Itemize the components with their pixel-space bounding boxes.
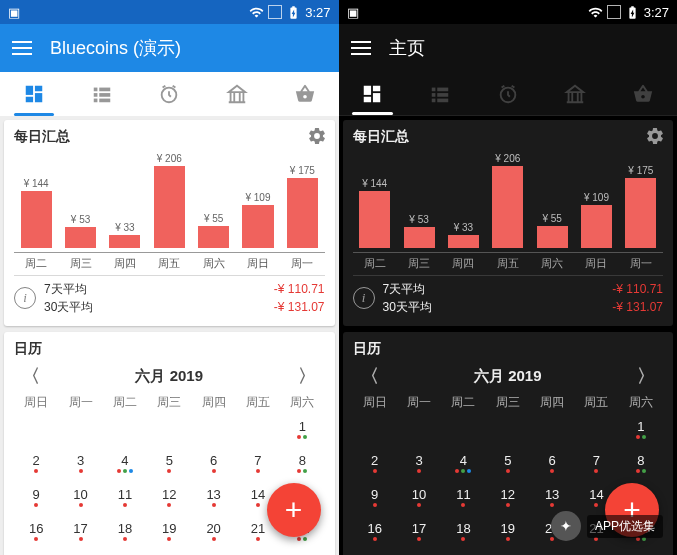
tab-accounts[interactable] [203,72,271,116]
calendar-day-number: 7 [593,453,600,468]
calendar-day[interactable]: 7 [574,449,618,483]
calendar-day[interactable]: 20 [191,517,235,551]
calendar-day[interactable]: 18 [103,517,147,551]
calendar-prev[interactable]: 〈 [357,364,383,388]
calendar-day[interactable]: 11 [441,483,485,517]
calendar-day[interactable]: 2 [353,449,397,483]
calendar-cell-empty [397,415,441,449]
calendar-day[interactable]: 6 [530,449,574,483]
calendar-day[interactable]: 3 [58,449,102,483]
calendar-day[interactable]: 11 [103,483,147,517]
calendar-day-number: 1 [637,419,644,434]
calendar-day[interactable]: 29 [280,551,324,555]
calendar-day[interactable]: 28 [236,551,280,555]
calendar-day[interactable]: 23 [353,551,397,555]
calendar-day[interactable]: 18 [441,517,485,551]
calendar-day-dots [417,469,421,473]
calendar-day[interactable]: 24 [58,551,102,555]
calendar-day[interactable]: 9 [14,483,58,517]
calendar-day[interactable]: 5 [486,449,530,483]
calendar-day-dots [256,537,260,541]
tab-transactions[interactable] [406,72,474,115]
calendar-day[interactable]: 12 [147,483,191,517]
calendar-day-number: 1 [299,419,306,434]
bar-value-label: ¥ 55 [204,213,223,224]
svg-rect-17 [432,87,436,91]
calendar-day[interactable]: 19 [147,517,191,551]
gear-icon[interactable] [307,126,327,151]
calendar-day[interactable]: 17 [397,517,441,551]
bar-cell: ¥ 144 [353,178,397,248]
info-icon[interactable]: i [353,287,375,309]
calendar-dow: 周日 [14,390,58,415]
calendar-dow: 周四 [530,390,574,415]
calendar-day[interactable]: 29 [619,551,663,555]
daily-summary-card: 每日汇总 ¥ 144 ¥ 53 ¥ 33 ¥ 206 ¥ 55 ¥ 109 ¥ … [343,120,674,326]
calendar-day-number: 16 [367,521,381,536]
calendar-day-dots [455,469,471,473]
calendar-day[interactable]: 16 [353,517,397,551]
calendar-day[interactable]: 1 [619,415,663,449]
tab-reminders[interactable] [474,72,542,115]
bar-value-label: ¥ 109 [584,192,609,203]
calendar-day[interactable]: 1 [280,415,324,449]
calendar-day[interactable]: 2 [14,449,58,483]
menu-icon[interactable] [351,41,371,55]
tab-reminders[interactable] [135,72,203,116]
calendar-dow: 周一 [58,390,102,415]
calendar-day[interactable]: 4 [103,449,147,483]
calendar-day[interactable]: 7 [236,449,280,483]
calendar-day-dots [212,503,216,507]
tab-transactions[interactable] [68,72,136,116]
calendar-day[interactable]: 16 [14,517,58,551]
tab-accounts[interactable] [542,72,610,115]
calendar-day[interactable]: 19 [486,517,530,551]
calendar-day[interactable]: 6 [191,449,235,483]
watermark: ✦ APP优选集 [551,511,663,541]
info-icon[interactable]: i [14,287,36,309]
bar [581,205,612,248]
calendar-day[interactable]: 5 [147,449,191,483]
bar-cell: ¥ 33 [103,222,147,248]
tab-dashboard[interactable] [0,72,68,116]
gear-icon[interactable] [645,126,665,151]
bar-cell: ¥ 109 [236,192,280,248]
calendar-prev[interactable]: 〈 [18,364,44,388]
calendar-day[interactable]: 8 [280,449,324,483]
add-button[interactable]: + [267,483,321,537]
bar [21,191,52,248]
averages-row: i 7天平均 -¥ 110.71 30天平均 -¥ 131.07 [14,275,325,320]
calendar-day[interactable]: 10 [397,483,441,517]
calendar-day[interactable]: 25 [441,551,485,555]
menu-icon[interactable] [12,41,32,55]
calendar-day[interactable]: 8 [619,449,663,483]
calendar-day[interactable]: 27 [191,551,235,555]
calendar-day[interactable]: 12 [486,483,530,517]
calendar-day[interactable]: 17 [58,517,102,551]
x-tick: 周日 [574,253,618,271]
calendar-day-dots [212,537,216,541]
calendar-next[interactable]: 〉 [294,364,320,388]
calendar-next[interactable]: 〉 [633,364,659,388]
calendar-day[interactable]: 28 [574,551,618,555]
calendar-day-dots [506,537,510,541]
svg-rect-2 [35,86,42,92]
calendar-day[interactable]: 27 [530,551,574,555]
calendar-day[interactable]: 26 [486,551,530,555]
calendar-day[interactable]: 26 [147,551,191,555]
tab-budget[interactable] [609,72,677,115]
calendar-day[interactable]: 24 [397,551,441,555]
calendar-day-dots [461,503,465,507]
calendar-day-dots [373,503,377,507]
tab-dashboard[interactable] [339,72,407,115]
calendar-day-dots [34,503,38,507]
calendar-day[interactable]: 9 [353,483,397,517]
calendar-day[interactable]: 10 [58,483,102,517]
calendar-day[interactable]: 4 [441,449,485,483]
tab-budget[interactable] [271,72,339,116]
calendar-day[interactable]: 23 [14,551,58,555]
calendar-day[interactable]: 25 [103,551,147,555]
calendar-day[interactable]: 3 [397,449,441,483]
bar-cell: ¥ 175 [619,165,663,248]
calendar-day[interactable]: 13 [191,483,235,517]
